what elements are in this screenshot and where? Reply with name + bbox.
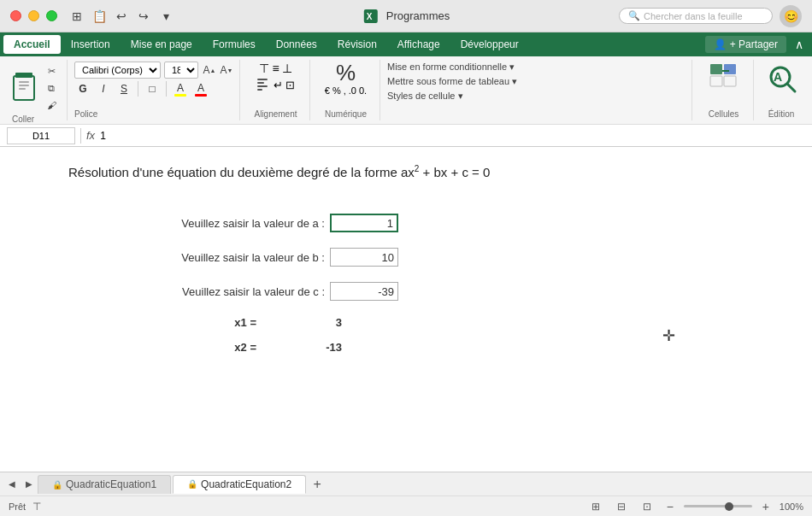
main-area: fx Résolution d'une équation du deuxième… [0,125,812,472]
slider-thumb[interactable] [725,502,733,511]
svg-rect-7 [257,79,268,80]
svg-rect-9 [257,85,268,87]
sheet-tab-quadratic1[interactable]: 🔒 QuadraticEquation1 [38,475,171,494]
ribbon-styles-group: Mise en forme conditionnelle ▾ Mettre so… [382,60,692,120]
font-group-label: Police [74,108,234,119]
cell-styles-label: Styles de cellule ▾ [387,91,463,102]
align-middle-button[interactable]: ≡ [272,62,279,75]
svg-line-17 [787,84,795,91]
copy-button[interactable]: ⧉ [43,80,60,96]
conditional-formatting-label: Mise en forme conditionnelle ▾ [387,62,515,73]
increase-decimal-button[interactable]: .0 [349,85,356,96]
tab-nav-prev-button[interactable]: ◀ [3,476,21,493]
format-painter-button[interactable]: 🖌 [43,97,60,113]
undo-icon[interactable]: ↩ [112,7,131,26]
title-bar: ⊞ 📋 ↩ ↪ ▾ X Programmes 🔍 Chercher dans l… [0,0,812,32]
input-b-field[interactable] [330,248,398,267]
menu-revision[interactable]: Révision [327,35,387,54]
zoom-slider[interactable] [684,505,752,507]
text-wrap-button[interactable]: ↵ [274,79,283,91]
clipboard-icon[interactable]: 📋 [90,7,109,26]
italic-button[interactable]: I [95,80,112,97]
align-bottom-button[interactable]: ⊥ [282,62,292,75]
share-button[interactable]: 👤 + Partager [705,36,786,53]
page-layout-button[interactable]: ⊟ [612,500,631,513]
redo-icon[interactable]: ↪ [134,7,153,26]
align-bottom-row: ↵ ⊡ [257,79,295,91]
font-color-button[interactable]: A [192,80,209,97]
menu-mise-en-page[interactable]: Mise en page [121,35,203,54]
paste-button[interactable] [12,73,39,103]
input-b-row: Veuillez saisir la valeur de b : [103,248,778,267]
minimize-button[interactable] [28,10,39,21]
formula-bar: fx [0,125,812,147]
ribbon-edition-group: A Édition [756,60,807,120]
app-title: Programmes [386,9,450,22]
content-area: Résolution d'une équation du deuxième de… [0,147,812,472]
conditional-formatting-button[interactable]: Mise en forme conditionnelle ▾ [387,62,517,73]
svg-rect-13 [710,76,722,86]
zoom-out-button[interactable]: − [663,500,677,513]
menu-affichage[interactable]: Affichage [387,35,450,54]
menu-insertion[interactable]: Insertion [61,35,121,54]
align-top-button[interactable]: ⊤ [259,62,269,75]
underline-button[interactable]: S [115,80,132,97]
more-icon[interactable]: ▾ [156,7,175,26]
menu-formules[interactable]: Formules [203,35,266,54]
cut-button[interactable]: ✂ [43,63,60,79]
pct-button[interactable]: % [332,85,341,96]
formula-divider [80,128,81,144]
input-a-field[interactable] [330,214,398,232]
font-name-row: Calibri (Corps) 18 A▲ A▼ [74,62,234,79]
cells-svg [709,62,739,95]
ribbon-collapse-button[interactable]: ∧ [790,35,809,54]
comma-button[interactable]: , [344,85,346,96]
border-button[interactable]: □ [144,80,161,97]
cells-group-label: cellules [709,108,739,119]
format-as-table-button[interactable]: Mettre sous forme de tableau ▾ [387,76,517,87]
divider [138,81,138,97]
decrease-font-size-button[interactable]: A▼ [219,62,234,78]
format-as-table-label: Mettre sous forme de tableau ▾ [387,76,517,87]
fill-color-button[interactable]: A [172,80,189,97]
menu-developpeur[interactable]: Développeur [450,35,529,54]
menu-bar: Accueil Insertion Mise en page Formules … [0,32,812,56]
percent-icon[interactable]: % [336,62,356,84]
ribbon-font-group: Calibri (Corps) 18 A▲ A▼ G I S □ A A [69,60,240,120]
bold-button[interactable]: G [74,80,91,97]
search-bar[interactable]: 🔍 Chercher dans la feuille [619,8,773,24]
align-icon-container: ⊤ ≡ ⊥ ↵ ⊡ [257,62,295,91]
page-break-preview-button[interactable]: ⊡ [638,500,656,513]
name-box[interactable] [7,127,75,144]
sheet-tab-1-label: QuadraticEquation1 [66,478,156,490]
add-sheet-button[interactable]: + [308,475,327,494]
cell-styles-button[interactable]: Styles de cellule ▾ [387,91,517,102]
app-icon: X [362,8,380,25]
formula-input[interactable] [100,130,805,142]
input-c-field[interactable] [330,282,398,301]
increase-font-size-button[interactable]: A▲ [202,62,217,78]
cells-icon[interactable] [709,62,739,96]
result-x2-row: x2 = -13 [188,341,778,354]
merge-button[interactable]: ⊡ [285,79,295,91]
ribbon-cells-group: cellules [694,60,754,120]
grid-icon[interactable]: ⊞ [68,7,86,26]
sheet-tab-quadratic2[interactable]: 🔒 QuadraticEquation2 [173,475,306,494]
font-name-select[interactable]: Calibri (Corps) [74,62,161,79]
share-label: + Partager [730,38,778,50]
menu-donnees[interactable]: Données [266,35,327,54]
search-replace-button[interactable]: A [765,62,797,97]
maximize-button[interactable] [46,10,57,21]
tab-nav-next-button[interactable]: ▶ [21,476,38,493]
user-icon[interactable]: 😊 [780,5,802,27]
number-group-label: Numérique [325,108,367,119]
zoom-in-button[interactable]: + [759,500,773,513]
close-button[interactable] [10,10,21,21]
currency-button[interactable]: € [325,85,330,96]
font-size-select[interactable]: 18 [164,62,198,79]
menu-accueil[interactable]: Accueil [3,35,61,54]
ready-label: Prêt [9,501,26,512]
decrease-decimal-button[interactable]: 0. [359,85,367,96]
alignment-group-label: Alignement [254,108,297,119]
grid-view-button[interactable]: ⊞ [586,500,605,513]
